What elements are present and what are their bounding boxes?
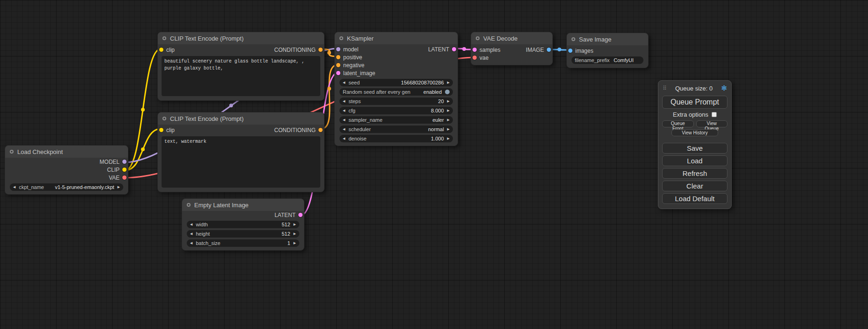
increment-arrow-icon[interactable]: ▶ — [294, 230, 296, 238]
decrement-arrow-icon[interactable]: ◀ — [343, 135, 345, 142]
decrement-arrow-icon[interactable]: ◀ — [343, 79, 345, 86]
decrement-arrow-icon[interactable]: ◀ — [190, 221, 192, 228]
increment-arrow-icon[interactable]: ▶ — [447, 116, 450, 124]
widget-label: filename_prefix — [575, 57, 610, 63]
input-port-clip[interactable] — [159, 128, 163, 132]
output-port-vae[interactable] — [122, 175, 127, 180]
collapse-toggle-icon[interactable] — [162, 36, 166, 40]
decrement-arrow-icon[interactable]: ◀ — [343, 107, 345, 114]
negative-prompt-textarea[interactable]: text, watermark — [162, 136, 320, 188]
widget-width[interactable]: ◀ width 512 ▶ — [187, 221, 299, 228]
widget-value: 156680208700286 — [401, 80, 444, 85]
load-button[interactable]: Load — [662, 155, 727, 166]
output-slot-label: VAE — [109, 175, 120, 181]
input-slot-label: model — [343, 46, 359, 53]
load-default-button[interactable]: Load Default — [662, 193, 727, 204]
node-title-bar[interactable]: Load Checkpoint — [5, 146, 128, 158]
node-title-bar[interactable]: CLIP Text Encode (Prompt) — [158, 32, 324, 44]
node-empty-latent-image[interactable]: Empty Latent Image LATENT ◀ width 512 ▶ … — [182, 198, 304, 251]
increment-arrow-icon[interactable]: ▶ — [294, 239, 296, 247]
collapse-toggle-icon[interactable] — [162, 117, 166, 120]
widget-value: 512 — [282, 231, 290, 237]
collapse-toggle-icon[interactable] — [572, 37, 575, 41]
widget-ckpt-name[interactable]: ◀ ckpt_name v1-5-pruned-emaonly.ckpt ▶ — [10, 183, 123, 191]
node-load-checkpoint[interactable]: Load Checkpoint MODEL CLIP VAE ◀ ckpt_na… — [5, 145, 128, 195]
node-graph-canvas[interactable]: CLIP Text Encode (Prompt) clip CONDITION… — [0, 0, 868, 329]
input-port-images[interactable] — [568, 49, 572, 53]
output-port-latent[interactable] — [298, 213, 303, 217]
collapse-toggle-icon[interactable] — [187, 203, 191, 207]
widget-sampler-name[interactable]: ◀ sampler_name euler ▶ — [339, 116, 453, 124]
positive-prompt-textarea[interactable]: beautiful scenery nature glass bottle la… — [162, 56, 320, 96]
input-port-samples[interactable] — [473, 48, 477, 52]
extra-options-checkbox[interactable] — [712, 112, 717, 117]
node-title-bar[interactable]: Save Image — [567, 33, 648, 45]
node-title-bar[interactable]: Empty Latent Image — [182, 199, 304, 211]
increment-arrow-icon[interactable]: ▶ — [447, 107, 450, 114]
widget-filename-prefix[interactable]: filename_prefix ComfyUI — [572, 56, 643, 64]
queue-prompt-button[interactable]: Queue Prompt — [662, 96, 727, 109]
input-port-model[interactable] — [336, 47, 340, 51]
input-port-clip[interactable] — [159, 48, 163, 52]
increment-arrow-icon[interactable]: ▶ — [118, 183, 120, 191]
widget-denoise[interactable]: ◀ denoise 1.000 ▶ — [339, 135, 453, 142]
refresh-button[interactable]: Refresh — [662, 168, 727, 179]
node-title: KSampler — [347, 35, 374, 42]
widget-scheduler[interactable]: ◀ scheduler normal ▶ — [339, 126, 453, 133]
collapse-toggle-icon[interactable] — [339, 36, 343, 40]
widget-label: width — [196, 222, 208, 227]
widget-height[interactable]: ◀ height 512 ▶ — [187, 230, 299, 238]
node-title-bar[interactable]: KSampler — [335, 32, 458, 44]
node-save-image[interactable]: Save Image images filename_prefix ComfyU… — [566, 33, 649, 68]
output-port-conditioning[interactable] — [318, 48, 323, 52]
node-title-bar[interactable]: CLIP Text Encode (Prompt) — [158, 112, 324, 125]
collapse-toggle-icon[interactable] — [476, 36, 480, 40]
output-port-latent[interactable] — [452, 47, 456, 51]
widget-steps[interactable]: ◀ steps 20 ▶ — [339, 98, 453, 105]
node-clip-text-encode-negative[interactable]: CLIP Text Encode (Prompt) clip CONDITION… — [157, 112, 325, 192]
node-title: Load Checkpoint — [17, 148, 63, 155]
view-queue-button[interactable]: View Queue — [696, 120, 728, 127]
increment-arrow-icon[interactable]: ▶ — [447, 98, 450, 105]
widget-label: height — [196, 231, 210, 237]
view-history-button[interactable]: View History — [671, 129, 719, 136]
input-port-latent-image[interactable] — [336, 71, 340, 75]
output-port-model[interactable] — [122, 160, 127, 164]
decrement-arrow-icon[interactable]: ◀ — [190, 239, 192, 247]
collapse-toggle-icon[interactable] — [10, 150, 14, 154]
node-title-bar[interactable]: VAE Decode — [471, 32, 552, 44]
save-button[interactable]: Save — [662, 143, 727, 154]
output-port-conditioning[interactable] — [318, 128, 323, 132]
increment-arrow-icon[interactable]: ▶ — [447, 126, 450, 133]
widget-seed[interactable]: ◀ seed 156680208700286 ▶ — [339, 79, 453, 86]
clear-button[interactable]: Clear — [662, 181, 727, 191]
decrement-arrow-icon[interactable]: ◀ — [190, 230, 192, 238]
input-port-positive[interactable] — [336, 55, 340, 59]
decrement-arrow-icon[interactable]: ◀ — [343, 116, 345, 124]
widget-batch-size[interactable]: ◀ batch_size 1 ▶ — [187, 239, 299, 247]
input-port-vae[interactable] — [473, 56, 477, 60]
node-title: Empty Latent Image — [194, 202, 248, 209]
decrement-arrow-icon[interactable]: ◀ — [343, 98, 345, 105]
node-vae-decode[interactable]: VAE Decode samples IMAGE vae — [471, 32, 553, 65]
link-midpoint-dot — [462, 47, 466, 51]
output-port-clip[interactable] — [122, 168, 127, 172]
decrement-arrow-icon[interactable]: ◀ — [13, 183, 15, 191]
increment-arrow-icon[interactable]: ▶ — [447, 135, 450, 142]
widget-cfg[interactable]: ◀ cfg 8.000 ▶ — [339, 107, 453, 114]
widget-label: batch_size — [196, 240, 220, 246]
node-clip-text-encode-positive[interactable]: CLIP Text Encode (Prompt) clip CONDITION… — [157, 32, 325, 101]
input-port-negative[interactable] — [336, 63, 340, 67]
widget-value: 20 — [438, 98, 444, 104]
decrement-arrow-icon[interactable]: ◀ — [343, 126, 345, 133]
seed-control-toggle[interactable] — [445, 90, 450, 94]
output-slot-label: CONDITIONING — [274, 47, 316, 53]
queue-front-button[interactable]: Queue Front — [662, 120, 694, 127]
settings-gear-icon[interactable]: ✻ — [721, 84, 727, 92]
increment-arrow-icon[interactable]: ▶ — [294, 221, 296, 228]
node-ksampler[interactable]: KSampler model LATENT positive negative — [334, 32, 458, 146]
drag-handle-icon[interactable]: ⠿ — [663, 85, 667, 91]
widget-seed-control[interactable]: Random seed after every gen enabled — [339, 88, 453, 96]
increment-arrow-icon[interactable]: ▶ — [447, 79, 450, 86]
output-port-image[interactable] — [547, 48, 551, 52]
